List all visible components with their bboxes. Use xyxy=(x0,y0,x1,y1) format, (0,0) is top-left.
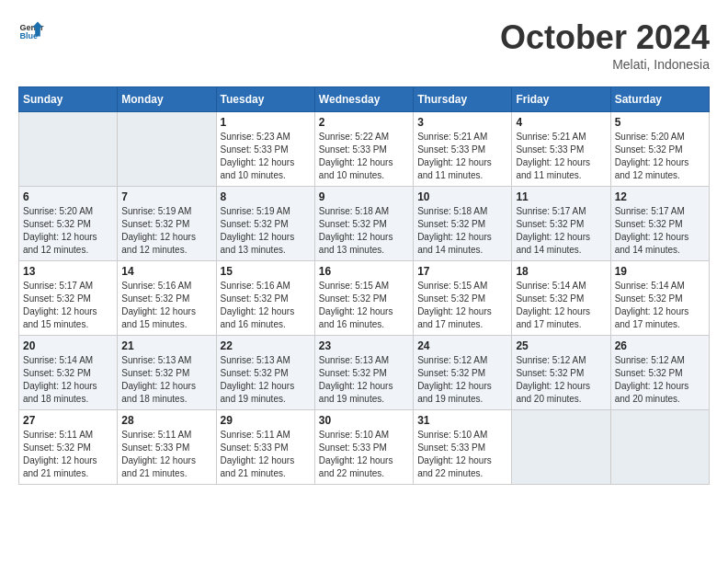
weekday-header: Monday xyxy=(118,87,216,112)
weekday-header: Sunday xyxy=(19,87,118,112)
day-info: Sunrise: 5:15 AM Sunset: 5:32 PM Dayligh… xyxy=(417,280,507,331)
calendar-cell xyxy=(118,112,216,187)
day-number: 29 xyxy=(221,414,311,427)
day-number: 5 xyxy=(615,116,705,129)
day-info: Sunrise: 5:20 AM Sunset: 5:32 PM Dayligh… xyxy=(615,131,705,182)
day-number: 2 xyxy=(319,116,409,129)
day-info: Sunrise: 5:13 AM Sunset: 5:32 PM Dayligh… xyxy=(121,354,211,406)
calendar-cell: 14Sunrise: 5:16 AM Sunset: 5:32 PM Dayli… xyxy=(118,261,216,336)
calendar-week-row: 20Sunrise: 5:14 AM Sunset: 5:32 PM Dayli… xyxy=(19,336,710,410)
day-number: 13 xyxy=(23,265,113,278)
calendar-cell: 17Sunrise: 5:15 AM Sunset: 5:32 PM Dayli… xyxy=(414,261,512,336)
day-number: 30 xyxy=(319,414,409,427)
calendar-cell: 9Sunrise: 5:18 AM Sunset: 5:32 PM Daylig… xyxy=(314,187,413,261)
calendar-cell: 21Sunrise: 5:13 AM Sunset: 5:32 PM Dayli… xyxy=(118,336,216,410)
day-info: Sunrise: 5:11 AM Sunset: 5:32 PM Dayligh… xyxy=(23,429,113,480)
location-subtitle: Melati, Indonesia xyxy=(500,57,710,72)
day-info: Sunrise: 5:18 AM Sunset: 5:32 PM Dayligh… xyxy=(417,205,507,257)
day-info: Sunrise: 5:10 AM Sunset: 5:33 PM Dayligh… xyxy=(417,429,507,480)
day-info: Sunrise: 5:11 AM Sunset: 5:33 PM Dayligh… xyxy=(221,429,311,480)
calendar-cell: 11Sunrise: 5:17 AM Sunset: 5:32 PM Dayli… xyxy=(512,187,610,261)
calendar-cell: 27Sunrise: 5:11 AM Sunset: 5:32 PM Dayli… xyxy=(19,410,118,485)
calendar-cell xyxy=(610,410,709,485)
calendar-cell: 13Sunrise: 5:17 AM Sunset: 5:32 PM Dayli… xyxy=(19,261,118,336)
weekday-header: Tuesday xyxy=(216,87,314,112)
calendar-cell: 19Sunrise: 5:14 AM Sunset: 5:32 PM Dayli… xyxy=(610,261,709,336)
day-info: Sunrise: 5:17 AM Sunset: 5:32 PM Dayligh… xyxy=(615,205,705,257)
calendar-table: SundayMondayTuesdayWednesdayThursdayFrid… xyxy=(18,86,710,485)
calendar-cell xyxy=(19,112,118,187)
day-number: 23 xyxy=(319,339,409,352)
svg-text:Blue: Blue xyxy=(19,31,38,40)
day-info: Sunrise: 5:11 AM Sunset: 5:33 PM Dayligh… xyxy=(121,429,211,480)
calendar-cell: 24Sunrise: 5:12 AM Sunset: 5:32 PM Dayli… xyxy=(414,336,512,410)
day-number: 17 xyxy=(417,265,507,278)
day-info: Sunrise: 5:22 AM Sunset: 5:33 PM Dayligh… xyxy=(319,131,409,182)
day-info: Sunrise: 5:20 AM Sunset: 5:32 PM Dayligh… xyxy=(23,205,113,257)
day-number: 8 xyxy=(221,190,311,203)
day-number: 14 xyxy=(121,265,211,278)
calendar-week-row: 1Sunrise: 5:23 AM Sunset: 5:33 PM Daylig… xyxy=(19,112,710,187)
day-number: 26 xyxy=(615,339,705,352)
calendar-cell: 2Sunrise: 5:22 AM Sunset: 5:33 PM Daylig… xyxy=(314,112,413,187)
day-number: 12 xyxy=(615,190,705,203)
day-number: 10 xyxy=(417,190,507,203)
day-info: Sunrise: 5:21 AM Sunset: 5:33 PM Dayligh… xyxy=(516,131,606,182)
day-number: 22 xyxy=(221,339,311,352)
calendar-week-row: 27Sunrise: 5:11 AM Sunset: 5:32 PM Dayli… xyxy=(19,410,710,485)
calendar-cell: 28Sunrise: 5:11 AM Sunset: 5:33 PM Dayli… xyxy=(118,410,216,485)
day-info: Sunrise: 5:17 AM Sunset: 5:32 PM Dayligh… xyxy=(23,280,113,331)
day-number: 18 xyxy=(516,265,606,278)
day-number: 7 xyxy=(121,190,211,203)
weekday-header: Thursday xyxy=(414,87,512,112)
calendar-cell: 5Sunrise: 5:20 AM Sunset: 5:32 PM Daylig… xyxy=(610,112,709,187)
day-info: Sunrise: 5:15 AM Sunset: 5:32 PM Dayligh… xyxy=(319,280,409,331)
day-number: 11 xyxy=(516,190,606,203)
day-info: Sunrise: 5:19 AM Sunset: 5:32 PM Dayligh… xyxy=(121,205,211,257)
weekday-header: Wednesday xyxy=(314,87,413,112)
month-title: October 2024 xyxy=(500,18,710,57)
calendar-cell: 12Sunrise: 5:17 AM Sunset: 5:32 PM Dayli… xyxy=(610,187,709,261)
day-number: 20 xyxy=(23,339,113,352)
calendar-cell: 16Sunrise: 5:15 AM Sunset: 5:32 PM Dayli… xyxy=(314,261,413,336)
calendar-week-row: 13Sunrise: 5:17 AM Sunset: 5:32 PM Dayli… xyxy=(19,261,710,336)
title-block: October 2024 Melati, Indonesia xyxy=(500,18,710,72)
day-number: 9 xyxy=(319,190,409,203)
calendar-cell: 4Sunrise: 5:21 AM Sunset: 5:33 PM Daylig… xyxy=(512,112,610,187)
calendar-cell xyxy=(512,410,610,485)
day-info: Sunrise: 5:12 AM Sunset: 5:32 PM Dayligh… xyxy=(615,354,705,406)
calendar-cell: 29Sunrise: 5:11 AM Sunset: 5:33 PM Dayli… xyxy=(216,410,314,485)
calendar-cell: 31Sunrise: 5:10 AM Sunset: 5:33 PM Dayli… xyxy=(414,410,512,485)
weekday-header: Friday xyxy=(512,87,610,112)
day-info: Sunrise: 5:12 AM Sunset: 5:32 PM Dayligh… xyxy=(516,354,606,406)
day-number: 31 xyxy=(417,414,507,427)
calendar-cell: 7Sunrise: 5:19 AM Sunset: 5:32 PM Daylig… xyxy=(118,187,216,261)
day-info: Sunrise: 5:23 AM Sunset: 5:33 PM Dayligh… xyxy=(221,131,311,182)
day-number: 28 xyxy=(121,414,211,427)
logo: General Blue xyxy=(18,18,44,44)
day-info: Sunrise: 5:16 AM Sunset: 5:32 PM Dayligh… xyxy=(121,280,211,331)
day-number: 1 xyxy=(221,116,311,129)
calendar-cell: 18Sunrise: 5:14 AM Sunset: 5:32 PM Dayli… xyxy=(512,261,610,336)
calendar-week-row: 6Sunrise: 5:20 AM Sunset: 5:32 PM Daylig… xyxy=(19,187,710,261)
day-number: 19 xyxy=(615,265,705,278)
day-number: 15 xyxy=(221,265,311,278)
calendar-cell: 30Sunrise: 5:10 AM Sunset: 5:33 PM Dayli… xyxy=(314,410,413,485)
day-number: 21 xyxy=(121,339,211,352)
page-header: General Blue October 2024 Melati, Indone… xyxy=(18,18,710,72)
calendar-header-row: SundayMondayTuesdayWednesdayThursdayFrid… xyxy=(19,87,710,112)
calendar-cell: 20Sunrise: 5:14 AM Sunset: 5:32 PM Dayli… xyxy=(19,336,118,410)
day-info: Sunrise: 5:14 AM Sunset: 5:32 PM Dayligh… xyxy=(516,280,606,331)
day-info: Sunrise: 5:13 AM Sunset: 5:32 PM Dayligh… xyxy=(319,354,409,406)
calendar-cell: 1Sunrise: 5:23 AM Sunset: 5:33 PM Daylig… xyxy=(216,112,314,187)
logo-icon: General Blue xyxy=(18,18,44,44)
calendar-cell: 25Sunrise: 5:12 AM Sunset: 5:32 PM Dayli… xyxy=(512,336,610,410)
day-number: 4 xyxy=(516,116,606,129)
calendar-cell: 6Sunrise: 5:20 AM Sunset: 5:32 PM Daylig… xyxy=(19,187,118,261)
day-number: 16 xyxy=(319,265,409,278)
day-info: Sunrise: 5:10 AM Sunset: 5:33 PM Dayligh… xyxy=(319,429,409,480)
calendar-cell: 15Sunrise: 5:16 AM Sunset: 5:32 PM Dayli… xyxy=(216,261,314,336)
day-info: Sunrise: 5:12 AM Sunset: 5:32 PM Dayligh… xyxy=(417,354,507,406)
day-info: Sunrise: 5:17 AM Sunset: 5:32 PM Dayligh… xyxy=(516,205,606,257)
calendar-cell: 23Sunrise: 5:13 AM Sunset: 5:32 PM Dayli… xyxy=(314,336,413,410)
